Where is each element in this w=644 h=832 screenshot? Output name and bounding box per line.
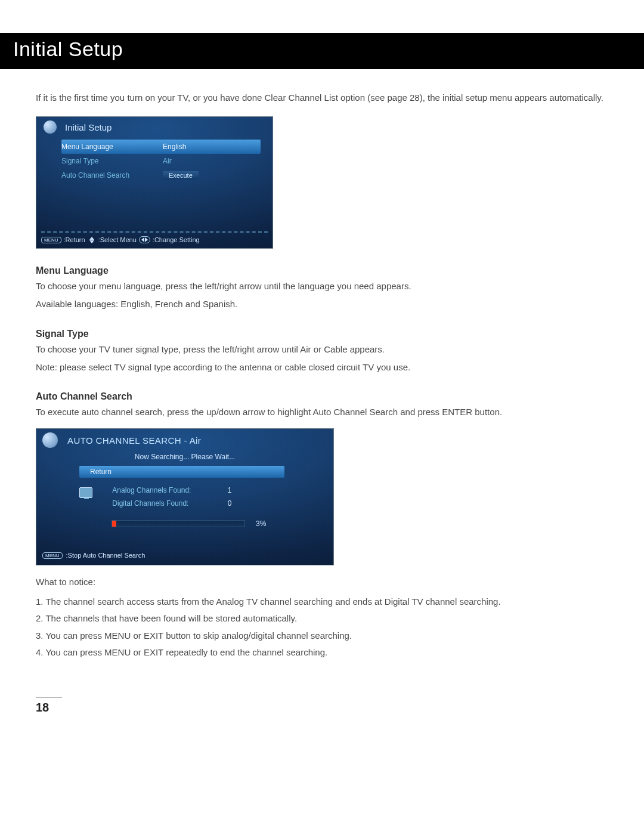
osd-rows: Menu Language English Signal Type Air Au… bbox=[36, 136, 273, 185]
analog-found-count: 1 bbox=[228, 486, 232, 494]
osd-row-value: English bbox=[163, 143, 186, 151]
section-text: To choose your menu language, press the … bbox=[36, 279, 608, 294]
osd-row-auto-channel-search[interactable]: Auto Channel Search Execute bbox=[61, 168, 261, 183]
page-header-bar: Initial Setup bbox=[0, 33, 644, 69]
page-title: Initial Setup bbox=[13, 38, 631, 61]
osd-row-value: Air bbox=[163, 157, 172, 165]
osd-footer: MENU :Return :Select Menu :Change Settin… bbox=[36, 233, 273, 248]
osd-row-label: Auto Channel Search bbox=[61, 171, 163, 180]
section-text: Available languages: English, French and… bbox=[36, 297, 608, 312]
auto-channel-search-osd: AUTO CHANNEL SEARCH - Air Now Searching.… bbox=[36, 428, 334, 565]
progress-percent: 3% bbox=[256, 519, 266, 528]
execute-button[interactable]: Execute bbox=[163, 171, 199, 180]
notice-item: 1. The channel search access starts from… bbox=[36, 593, 608, 611]
page-body: If it is the first time you turn on your… bbox=[0, 91, 644, 744]
globe-icon bbox=[42, 432, 58, 448]
progress-bar bbox=[112, 520, 245, 527]
footer-select-menu-label: :Select Menu bbox=[98, 236, 137, 243]
analog-found-line: Analog Channels Found: 1 bbox=[112, 486, 231, 494]
osd-title: AUTO CHANNEL SEARCH - Air bbox=[67, 435, 201, 446]
footer-change-setting-label: :Change Setting bbox=[153, 236, 200, 243]
section-heading-signal-type: Signal Type bbox=[36, 329, 608, 339]
globe-icon bbox=[44, 120, 57, 134]
progress-row: 3% bbox=[112, 519, 290, 528]
footer-return-label: :Return bbox=[64, 236, 85, 243]
osd-titlebar: Initial Setup bbox=[36, 117, 273, 136]
osd-row-signal-type[interactable]: Signal Type Air bbox=[61, 154, 261, 168]
updown-nav-icon bbox=[89, 237, 94, 243]
leftright-nav-icon bbox=[139, 236, 150, 243]
section-text: To choose your TV tuner signal type, pre… bbox=[36, 342, 608, 357]
initial-setup-osd: Initial Setup Menu Language English Sign… bbox=[36, 116, 273, 249]
osd-found-block: Analog Channels Found: 1 Digital Channel… bbox=[79, 486, 333, 512]
notice-heading: What to notice: bbox=[36, 575, 608, 590]
menu-key-icon: MENU bbox=[41, 237, 61, 243]
section-heading-auto-channel-search: Auto Channel Search bbox=[36, 391, 608, 402]
intro-paragraph: If it is the first time you turn on your… bbox=[36, 91, 608, 104]
footer-stop-label: :Stop Auto Channel Search bbox=[66, 552, 145, 559]
osd-spacer bbox=[36, 185, 273, 231]
return-button[interactable]: Return bbox=[79, 466, 284, 478]
digital-found-line: Digital Channels Found: 0 bbox=[112, 499, 231, 508]
menu-key-icon: MENU bbox=[42, 552, 63, 559]
notice-item: 3. You can press MENU or EXIT button to … bbox=[36, 627, 608, 645]
notice-list: 1. The channel search access starts from… bbox=[36, 593, 608, 661]
osd-row-menu-language[interactable]: Menu Language English bbox=[61, 140, 261, 154]
page-number: 18 bbox=[36, 701, 608, 715]
section-text: Note: please select TV signal type accor… bbox=[36, 360, 608, 375]
section-text: To execute auto channel search, press th… bbox=[36, 405, 608, 420]
osd-return-row: Return bbox=[79, 466, 305, 478]
digital-found-label: Digital Channels Found: bbox=[112, 499, 225, 508]
osd-row-label: Signal Type bbox=[61, 157, 163, 165]
osd-title: Initial Setup bbox=[65, 122, 112, 132]
osd-titlebar: AUTO CHANNEL SEARCH - Air bbox=[36, 429, 333, 450]
osd-row-label: Menu Language bbox=[61, 143, 163, 151]
page-number-area: 18 bbox=[36, 697, 608, 715]
analog-found-label: Analog Channels Found: bbox=[112, 486, 225, 494]
notice-item: 2. The channels that have been found wil… bbox=[36, 610, 608, 627]
section-heading-menu-language: Menu Language bbox=[36, 265, 608, 276]
progress-bar-fill bbox=[112, 521, 116, 527]
osd-footer: MENU :Stop Auto Channel Search bbox=[36, 528, 333, 565]
notice-item: 4. You can press MENU or EXIT repeatedly… bbox=[36, 644, 608, 661]
digital-found-count: 0 bbox=[228, 499, 232, 508]
osd-status-text: Now Searching... Please Wait... bbox=[36, 453, 333, 461]
page-number-rule bbox=[36, 697, 62, 698]
tv-icon bbox=[79, 487, 92, 498]
